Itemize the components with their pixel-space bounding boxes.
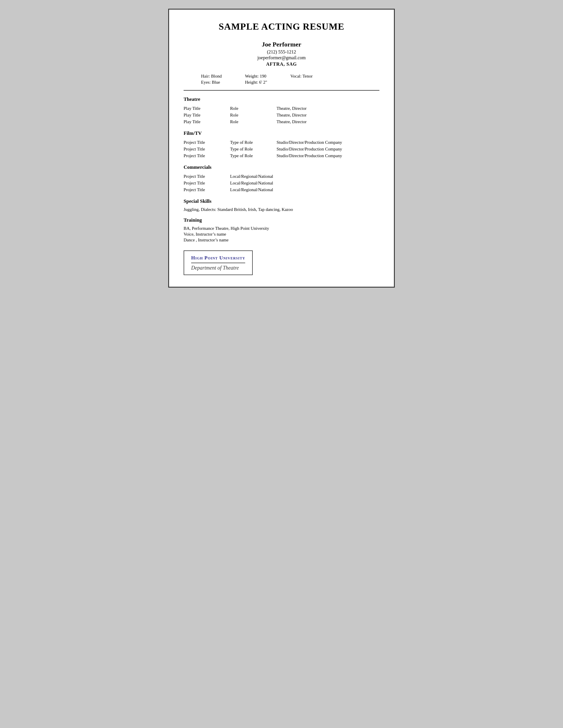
weight-info: Weight: 190 xyxy=(245,74,267,79)
training-list: BA, Performance Theatre, High Point Univ… xyxy=(184,226,379,243)
list-item: Dance , Instructor’s name xyxy=(184,238,379,243)
section-divider xyxy=(184,90,379,91)
list-item: BA, Performance Theatre, High Point Univ… xyxy=(184,226,379,231)
vocal-info: Vocal: Tenor xyxy=(291,74,313,79)
credit-detail: Theatre, Director xyxy=(277,112,379,119)
table-row: Project Title Local/Regional/National xyxy=(184,173,379,180)
page-title: SAMPLE ACTING RESUME xyxy=(184,21,379,32)
hair-value: Blond xyxy=(211,74,222,78)
credit-title: Play Title xyxy=(184,105,230,112)
eyes-info: Eyes: Blue xyxy=(201,80,222,85)
table-row: Project Title Type of Role Studio/Direct… xyxy=(184,139,379,146)
eyes-value: Blue xyxy=(212,80,220,85)
footer-department: Department of Theatre xyxy=(191,265,245,271)
filmtv-table: Project Title Type of Role Studio/Direct… xyxy=(184,139,379,159)
table-row: Play Title Role Theatre, Director xyxy=(184,105,379,112)
contact-section: Joe Performer (212) 555-1212 joeperforme… xyxy=(184,41,379,67)
performer-phone: (212) 555-1212 xyxy=(184,49,379,55)
physical-col-left: Hair: Blond Eyes: Blue xyxy=(201,74,222,86)
table-row: Play Title Role Theatre, Director xyxy=(184,119,379,125)
table-row: Play Title Role Theatre, Director xyxy=(184,112,379,119)
credit-detail: Theatre, Director xyxy=(277,119,379,125)
credit-role: Type of Role xyxy=(230,146,277,153)
credit-detail xyxy=(277,173,379,180)
table-row: Project Title Local/Regional/National xyxy=(184,180,379,187)
credit-title: Project Title xyxy=(184,173,230,180)
credit-title: Project Title xyxy=(184,146,230,153)
eyes-label: Eyes: xyxy=(201,80,211,85)
special-skills-heading: Special Skills xyxy=(184,198,379,204)
training-heading: Training xyxy=(184,217,379,223)
commercials-heading: Commercials xyxy=(184,164,379,170)
height-info: Height: 6' 2" xyxy=(245,80,267,85)
table-row: Project Title Local/Regional/National xyxy=(184,187,379,193)
credit-role: Type of Role xyxy=(230,139,277,146)
credit-role: Type of Role xyxy=(230,153,277,159)
credit-title: Project Title xyxy=(184,139,230,146)
physical-col-right: Vocal: Tenor xyxy=(291,74,313,86)
physical-col-mid: Weight: 190 Height: 6' 2" xyxy=(245,74,267,86)
credit-role: Local/Regional/National xyxy=(230,180,277,187)
footer-university: High Point University xyxy=(191,255,245,263)
performer-name: Joe Performer xyxy=(184,41,379,48)
height-label: Height: xyxy=(245,80,258,85)
commercials-table: Project Title Local/Regional/National Pr… xyxy=(184,173,379,193)
credit-role: Role xyxy=(230,119,277,125)
credit-title: Play Title xyxy=(184,112,230,119)
performer-email: joeperformer@gmail.com xyxy=(184,55,379,60)
credit-detail: Studio/Director/Production Company xyxy=(277,146,379,153)
height-value: 6' 2" xyxy=(259,80,267,85)
hair-label: Hair: xyxy=(201,74,210,78)
credit-title: Project Title xyxy=(184,153,230,159)
credit-title: Project Title xyxy=(184,180,230,187)
theatre-heading: Theatre xyxy=(184,96,379,102)
vocal-label: Vocal: xyxy=(291,74,302,78)
credit-role: Role xyxy=(230,112,277,119)
credit-title: Play Title xyxy=(184,119,230,125)
credit-role: Role xyxy=(230,105,277,112)
resume-document: SAMPLE ACTING RESUME Joe Performer (212)… xyxy=(168,9,395,288)
table-row: Project Title Type of Role Studio/Direct… xyxy=(184,146,379,153)
weight-value: 190 xyxy=(260,74,266,78)
credit-detail xyxy=(277,187,379,193)
credit-detail: Studio/Director/Production Company xyxy=(277,153,379,159)
filmtv-heading: Film/TV xyxy=(184,130,379,136)
hair-info: Hair: Blond xyxy=(201,74,222,79)
credit-title: Project Title xyxy=(184,187,230,193)
theatre-table: Play Title Role Theatre, Director Play T… xyxy=(184,105,379,125)
credit-role: Local/Regional/National xyxy=(230,173,277,180)
list-item: Voice, Instructor’s name xyxy=(184,232,379,237)
table-row: Project Title Type of Role Studio/Direct… xyxy=(184,153,379,159)
footer-box: High Point University Department of Thea… xyxy=(184,250,253,275)
weight-label: Weight: xyxy=(245,74,259,78)
performer-union: AFTRA, SAG xyxy=(184,62,379,67)
physical-info: Hair: Blond Eyes: Blue Weight: 190 Heigh… xyxy=(184,74,379,86)
credit-detail: Theatre, Director xyxy=(277,105,379,112)
vocal-value: Tenor xyxy=(302,74,313,78)
credit-role: Local/Regional/National xyxy=(230,187,277,193)
special-skills-text: Juggling, Dialects: Standard British, Ir… xyxy=(184,207,379,212)
credit-detail: Studio/Director/Production Company xyxy=(277,139,379,146)
credit-detail xyxy=(277,180,379,187)
